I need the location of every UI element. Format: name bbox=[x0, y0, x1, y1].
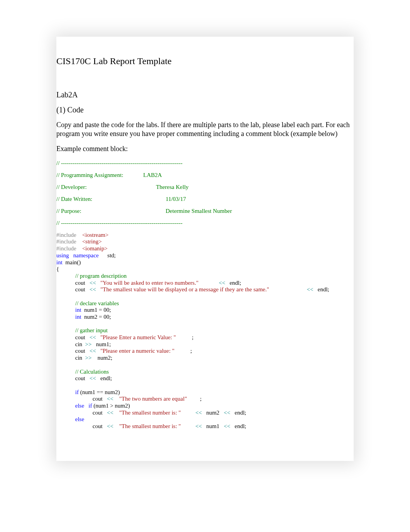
comment-purpose-value: Determine Smallest Number bbox=[166, 208, 232, 214]
code-line: cout << "You will be asked to enter two … bbox=[56, 280, 350, 287]
code-line: cout << "The smallest value will be disp… bbox=[56, 286, 350, 293]
code-line: // declare variables bbox=[56, 300, 350, 307]
code-line: using namespace std; bbox=[56, 252, 350, 259]
instructions-text: Copy and paste the code for the labs. If… bbox=[56, 121, 350, 139]
code-line: else bbox=[56, 416, 350, 423]
code-line: int num1 = 00; bbox=[56, 307, 350, 314]
code-line: // Calculations bbox=[56, 369, 350, 376]
code-line: cout << "The smallest number is: " << nu… bbox=[56, 423, 350, 430]
comment-assignment: // Programming Assignment: LAB2A bbox=[56, 172, 350, 178]
comment-date-value: 11/03/17 bbox=[166, 196, 186, 202]
code-line: #include <iostream> bbox=[56, 232, 350, 239]
comment-dashes-end: // -------------------------------------… bbox=[56, 220, 350, 226]
comment-assignment-value: LAB2A bbox=[143, 172, 162, 178]
code-line: { bbox=[56, 266, 350, 273]
code-block: #include <iostream> #include <string> #i… bbox=[56, 232, 350, 430]
code-line: // program description bbox=[56, 273, 350, 280]
code-line: cin >> num1; bbox=[56, 341, 350, 348]
comment-date: // Date Written: 11/03/17 bbox=[56, 196, 350, 202]
code-line: cout << "The smallest number is: " << nu… bbox=[56, 410, 350, 416]
comment-developer: // Developer: Theresa Kelly bbox=[56, 184, 350, 190]
code-line: cin >> num2; bbox=[56, 355, 350, 362]
code-line bbox=[56, 321, 350, 328]
code-heading: (1) Code bbox=[56, 105, 350, 114]
example-label: Example comment block: bbox=[56, 145, 350, 153]
comment-developer-label: // Developer: bbox=[56, 184, 156, 190]
code-line bbox=[56, 382, 350, 389]
code-line: int main() bbox=[56, 259, 350, 266]
comment-dashes: // -------------------------------------… bbox=[56, 160, 350, 167]
code-line bbox=[56, 293, 350, 300]
code-line: else if (num1 > num2) bbox=[56, 403, 350, 410]
document-page: CIS170C Lab Report Template Lab2A (1) Co… bbox=[56, 37, 354, 461]
code-line: if (num1 == num2) bbox=[56, 389, 350, 396]
code-line: #include <iomanip> bbox=[56, 245, 350, 252]
code-line bbox=[56, 362, 350, 369]
code-line: // gather input bbox=[56, 327, 350, 334]
code-line: cout << "Please enter a numeric value: "… bbox=[56, 348, 350, 355]
code-line: cout << "Please Enter a numeric Value: "… bbox=[56, 334, 350, 341]
comment-purpose-label: // Purpose: bbox=[56, 208, 166, 214]
comment-date-label: // Date Written: bbox=[56, 196, 166, 202]
code-line: cout << "The two numbers are equal" ; bbox=[56, 396, 350, 403]
document-title: CIS170C Lab Report Template bbox=[56, 56, 350, 66]
comment-developer-value: Theresa Kelly bbox=[156, 184, 189, 190]
section-label: Lab2A bbox=[56, 90, 350, 99]
code-line: int num2 = 00; bbox=[56, 314, 350, 321]
comment-purpose: // Purpose: Determine Smallest Number bbox=[56, 208, 350, 214]
code-line: #include <string> bbox=[56, 238, 350, 245]
comment-assignment-label: // Programming Assignment: bbox=[56, 172, 143, 178]
code-line: cout << endl; bbox=[56, 375, 350, 382]
